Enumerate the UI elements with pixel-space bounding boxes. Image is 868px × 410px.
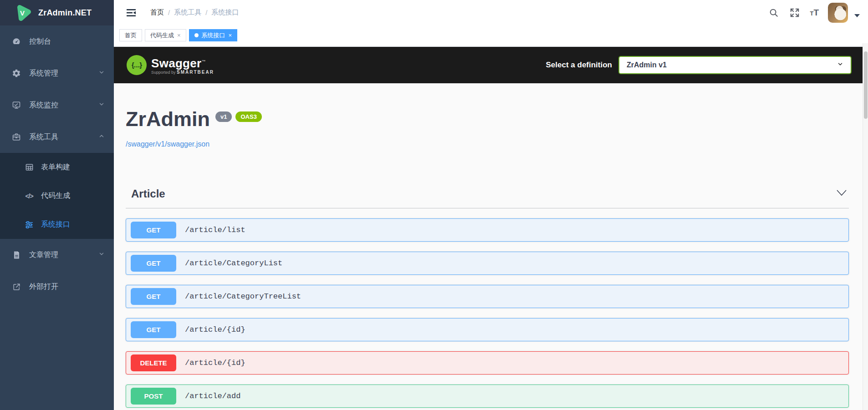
- sidebar-item-code-gen[interactable]: </> 代码生成: [0, 182, 114, 210]
- method-badge: GET: [131, 288, 176, 305]
- endpoint-row[interactable]: GET /article/CategoryList: [126, 252, 849, 275]
- close-icon[interactable]: ×: [229, 32, 232, 39]
- tab-home[interactable]: 首页: [119, 29, 142, 41]
- tab-system-api[interactable]: 系统接口 ×: [189, 29, 238, 41]
- chevron-down-icon: [98, 69, 105, 77]
- tabbar: 首页 代码生成 × 系统接口 ×: [114, 25, 868, 47]
- app-title: ZrAdmin.NET: [38, 8, 92, 18]
- collapse-sidebar-icon[interactable]: [126, 7, 137, 18]
- document-icon: [11, 249, 22, 260]
- svg-text:V: V: [20, 9, 25, 17]
- chevron-down-icon: [837, 61, 843, 69]
- endpoint-path: /article/CategoryList: [185, 259, 282, 268]
- oas3-badge: OAS3: [235, 111, 261, 122]
- external-link-icon: [11, 281, 22, 292]
- vertical-scrollbar[interactable]: [863, 43, 868, 410]
- definition-select[interactable]: ZrAdmin v1: [618, 56, 852, 74]
- sidebar-item-form-builder[interactable]: 表单构建: [0, 153, 114, 182]
- caret-down-icon[interactable]: [854, 14, 860, 17]
- sidebar-submenu-system-tools: 表单构建 </> 代码生成 系统接口: [0, 153, 114, 239]
- chevron-down-icon: [98, 101, 105, 109]
- navbar-actions: TT: [768, 3, 862, 23]
- tab-label: 系统接口: [202, 31, 225, 40]
- method-badge: GET: [131, 321, 176, 338]
- endpoint-row[interactable]: GET /article/list: [126, 218, 849, 242]
- sidebar-item-label: 系统监控: [29, 101, 58, 110]
- tab-label: 首页: [125, 31, 137, 40]
- close-icon[interactable]: ×: [177, 32, 181, 39]
- tag-title: Article: [131, 187, 165, 200]
- method-badge: GET: [131, 222, 176, 238]
- tag-header[interactable]: Article: [126, 187, 849, 208]
- font-size-icon[interactable]: TT: [810, 8, 819, 18]
- sidebar-item-article-manage[interactable]: 文章管理: [0, 239, 114, 271]
- swagger-topbar: {…} Swagger™ Supported by SMARTBEAR Sele…: [114, 47, 863, 83]
- definition-label: Select a definition: [546, 61, 612, 70]
- chevron-down-icon: [836, 190, 847, 198]
- active-tab-dot: [194, 33, 199, 37]
- sidebar-item-label: 文章管理: [29, 250, 58, 260]
- sidebar: V ZrAdmin.NET 控制台 系统管理 系统监控: [0, 0, 114, 410]
- breadcrumb: 首页 / 系统工具 / 系统接口: [150, 8, 239, 17]
- scrollbar-thumb[interactable]: [864, 51, 868, 119]
- app-logo[interactable]: V ZrAdmin.NET: [0, 0, 114, 25]
- swagger-wordmark: Swagger™: [151, 56, 214, 69]
- endpoint-row[interactable]: GET /article/{id}: [126, 318, 849, 341]
- sidebar-item-label: 控制台: [29, 37, 51, 46]
- breadcrumb-item-tools[interactable]: 系统工具: [174, 8, 201, 17]
- toolbox-icon: [11, 132, 22, 142]
- sidebar-item-system-manage[interactable]: 系统管理: [0, 57, 114, 89]
- gear-icon: [11, 68, 22, 79]
- avatar[interactable]: [828, 3, 848, 23]
- endpoint-row[interactable]: POST /article/add: [126, 385, 849, 408]
- endpoint-path: /article/{id}: [185, 359, 245, 367]
- tab-code-gen[interactable]: 代码生成 ×: [145, 29, 186, 41]
- breadcrumb-separator: /: [205, 9, 207, 16]
- app-root: V ZrAdmin.NET 控制台 系统管理 系统监控: [0, 0, 868, 410]
- sidebar-item-label: 代码生成: [41, 191, 70, 201]
- monitor-icon: [11, 100, 22, 111]
- sliders-icon: [24, 219, 35, 230]
- top-navbar: 首页 / 系统工具 / 系统接口 TT: [114, 0, 868, 25]
- endpoint-row[interactable]: DELETE /article/{id}: [126, 351, 849, 375]
- version-badge: v1: [215, 111, 232, 122]
- sidebar-item-external-open[interactable]: 外部打开: [0, 271, 114, 303]
- breadcrumb-item-api: 系统接口: [211, 8, 239, 17]
- sidebar-item-label: 系统管理: [29, 69, 58, 78]
- sidebar-item-label: 外部打开: [29, 282, 58, 292]
- definition-selected-value: ZrAdmin v1: [627, 61, 667, 69]
- sidebar-item-dashboard[interactable]: 控制台: [0, 25, 114, 57]
- swagger-content: {…} Swagger™ Supported by SMARTBEAR Sele…: [114, 47, 863, 410]
- sidebar-item-label: 表单构建: [41, 162, 70, 172]
- method-badge: GET: [131, 255, 176, 272]
- code-icon: </>: [24, 191, 35, 202]
- breadcrumb-separator: /: [168, 9, 170, 16]
- main-area: 首页 / 系统工具 / 系统接口 TT 首页: [114, 0, 868, 410]
- spec-json-link[interactable]: /swagger/v1/swagger.json: [126, 140, 209, 148]
- search-icon[interactable]: [768, 7, 780, 19]
- api-title: ZrAdmin: [126, 108, 210, 131]
- definition-picker: Select a definition ZrAdmin v1: [546, 56, 852, 74]
- breadcrumb-item-home[interactable]: 首页: [150, 8, 164, 17]
- method-badge: DELETE: [131, 354, 176, 371]
- swagger-body: ZrAdmin v1 OAS3 /swagger/v1/swagger.json…: [114, 108, 863, 408]
- sidebar-item-system-api[interactable]: 系统接口: [0, 210, 114, 239]
- api-info: ZrAdmin v1 OAS3 /swagger/v1/swagger.json: [126, 108, 849, 148]
- chevron-up-icon: [98, 133, 105, 141]
- endpoint-path: /article/CategoryTreeList: [185, 292, 301, 301]
- endpoint-path: /article/list: [185, 226, 245, 234]
- sidebar-item-system-monitor[interactable]: 系统监控: [0, 89, 114, 121]
- endpoint-path: /article/{id}: [185, 325, 245, 334]
- table-icon: [24, 162, 35, 173]
- swagger-logo-icon: {…}: [127, 55, 147, 75]
- sidebar-item-system-tools[interactable]: 系统工具: [0, 121, 114, 153]
- endpoint-row[interactable]: GET /article/CategoryTreeList: [126, 285, 849, 308]
- sidebar-item-label: 系统接口: [41, 220, 70, 229]
- swagger-brand: {…} Swagger™ Supported by SMARTBEAR: [127, 55, 214, 75]
- swagger-sponsor: Supported by SMARTBEAR: [151, 70, 214, 75]
- chevron-down-icon: [98, 251, 105, 259]
- endpoint-path: /article/add: [185, 392, 240, 400]
- method-badge: POST: [131, 388, 176, 405]
- fullscreen-icon[interactable]: [789, 7, 801, 19]
- tag-section-article: Article GET /article/list GET /article/C…: [126, 187, 849, 408]
